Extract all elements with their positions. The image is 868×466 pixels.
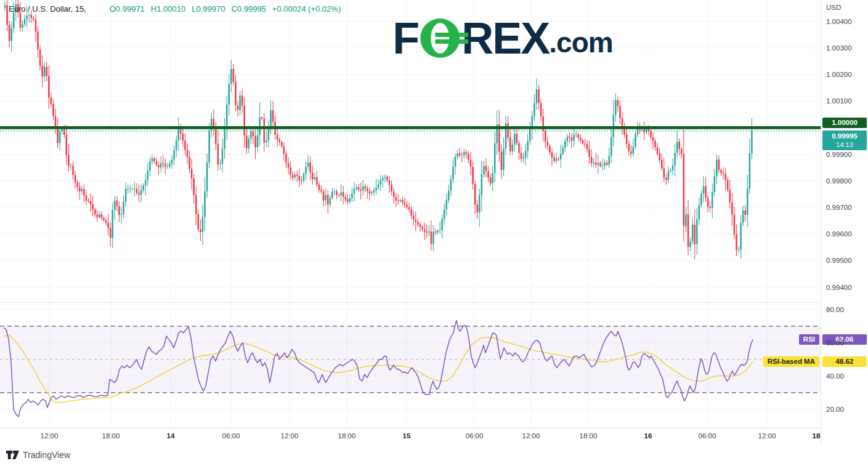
- forex-logo-f: F: [392, 18, 418, 58]
- price-axis[interactable]: USD 1.00000 0.99995 14:13 62.06 48.62 1.…: [821, 0, 868, 444]
- rsi-tick-label: 80.00: [826, 306, 844, 313]
- rsi-indicator-chart: [0, 303, 821, 428]
- time-tick-label: 16: [644, 432, 652, 440]
- time-tick-label: 18:00: [102, 432, 120, 440]
- tradingview-label: TradingView: [23, 450, 70, 460]
- chart-plot-region: RSI RSI-based MA 12:0018:001406:0012:001…: [0, 0, 821, 444]
- price-tick-label: 1.00200: [826, 71, 852, 78]
- price-tick-label: 1.00100: [826, 97, 852, 105]
- forex-logo-com: .com: [549, 27, 612, 58]
- ohlc-close: C0.99995: [231, 4, 266, 14]
- price-tick-label: 0.99500: [826, 257, 852, 264]
- forex-logo-o-icon: [420, 18, 460, 58]
- level-price-badge: 1.00000: [822, 118, 867, 128]
- time-tick-label: 06:00: [222, 432, 240, 440]
- last-price-badge: 0.99995 14:13: [822, 131, 867, 150]
- last-price-value: 0.99995: [822, 132, 867, 140]
- time-tick-label: 12:00: [281, 432, 299, 440]
- price-tick-label: 1.00400: [826, 18, 852, 25]
- ohlc-high: H1.00010: [151, 4, 185, 14]
- rsi-tick-label: 20.00: [826, 406, 844, 413]
- price-tick-label: 0.99600: [826, 230, 852, 238]
- rsi-ma-label-badge[interactable]: RSI-based MA: [763, 356, 819, 367]
- rsi-pane-canvas[interactable]: RSI RSI-based MA: [0, 303, 821, 428]
- symbol-legend[interactable]: Euro / U.S. Dollar, 15, O0.99971 H1.0001…: [9, 4, 347, 14]
- last-price-time: 14:13: [822, 140, 867, 149]
- time-tick-label: 18:00: [338, 432, 356, 440]
- time-tick-label: 12:00: [758, 432, 776, 440]
- price-tick-label: 0.99700: [826, 204, 852, 211]
- price-tick-label: 0.99800: [826, 177, 852, 185]
- time-tick-label: 06:00: [466, 432, 484, 440]
- time-tick-label: 18:00: [580, 432, 598, 440]
- time-tick-label: 06:00: [699, 432, 716, 440]
- forex-logo-rex: REX: [461, 18, 549, 58]
- rsi-label-badge[interactable]: RSI: [799, 334, 819, 345]
- rsi-tick-label: 60.00: [826, 339, 844, 347]
- trading-chart-app: RSI RSI-based MA 12:0018:001406:0012:001…: [0, 0, 868, 466]
- time-tick-label: 15: [403, 432, 411, 440]
- currency-label: USD: [826, 4, 841, 11]
- time-axis[interactable]: 12:0018:001406:0012:0018:001506:0012:001…: [0, 428, 821, 445]
- time-tick-label: 12:00: [41, 432, 59, 440]
- symbol-title: Euro / U.S. Dollar, 15,: [9, 4, 86, 14]
- price-tick-label: 0.99900: [826, 151, 852, 158]
- price-tick-label: 1.00300: [826, 44, 852, 52]
- forex-com-logo: F REX .com: [392, 18, 612, 58]
- rsi-ma-value-badge: 48.62: [822, 356, 867, 367]
- price-tick-label: 0.99400: [826, 284, 852, 291]
- tradingview-logo-icon: [6, 451, 19, 459]
- ohlc-open: O0.99971: [110, 4, 145, 14]
- time-tick-label: 14: [167, 432, 175, 440]
- rsi-tick-label: 40.00: [826, 372, 844, 380]
- time-tick-label: 18: [813, 432, 821, 440]
- time-tick-label: 12:00: [522, 432, 540, 440]
- tradingview-attribution[interactable]: TradingView: [6, 450, 70, 460]
- ohlc-low: L0.99970: [192, 4, 225, 14]
- ohlc-change: +0.00024 (+0.02%): [272, 4, 341, 14]
